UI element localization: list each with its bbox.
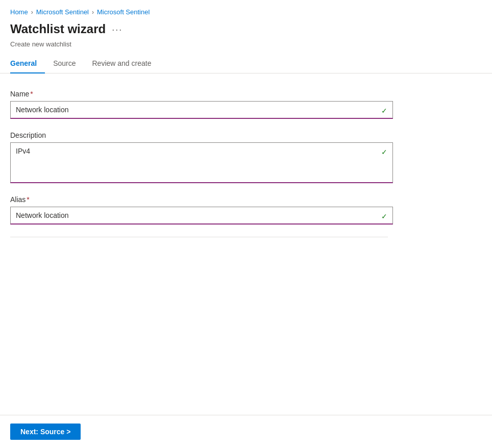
breadcrumb-sep-2: ›: [92, 9, 94, 16]
alias-group: Alias* ✓: [10, 195, 388, 225]
breadcrumb-home[interactable]: Home: [10, 8, 28, 16]
breadcrumb: Home › Microsoft Sentinel › Microsoft Se…: [0, 0, 492, 20]
alias-required-star: *: [27, 195, 29, 204]
alias-label: Alias*: [10, 195, 388, 204]
description-group: Description IPv4 ✓: [10, 131, 388, 183]
name-label: Name*: [10, 90, 388, 98]
name-field-box: ✓: [10, 101, 393, 119]
more-options-button[interactable]: ···: [112, 24, 122, 35]
form-divider: [10, 237, 388, 237]
alias-field-box: ✓: [10, 207, 393, 225]
alias-checkmark: ✓: [381, 212, 387, 220]
tab-review-create[interactable]: Review and create: [84, 54, 160, 73]
tab-source[interactable]: Source: [45, 54, 84, 73]
alias-input[interactable]: [11, 207, 392, 223]
description-input[interactable]: IPv4: [11, 143, 392, 179]
breadcrumb-sentinel-2[interactable]: Microsoft Sentinel: [97, 8, 150, 16]
breadcrumb-sep-1: ›: [31, 9, 33, 16]
tabs-container: General Source Review and create: [0, 54, 492, 73]
form-container: Name* ✓ Description IPv4 ✓ Alias* ✓: [0, 73, 398, 247]
description-label: Description: [10, 131, 388, 139]
page-header: Watchlist wizard ···: [0, 20, 492, 40]
description-checkmark: ✓: [381, 148, 387, 156]
tab-general[interactable]: General: [10, 54, 45, 73]
description-field-box: IPv4 ✓: [10, 142, 393, 183]
name-group: Name* ✓: [10, 90, 388, 119]
page-subtitle: Create new watchlist: [0, 40, 492, 54]
breadcrumb-sentinel-1[interactable]: Microsoft Sentinel: [36, 8, 89, 16]
name-input[interactable]: [11, 102, 392, 118]
name-checkmark: ✓: [381, 107, 387, 115]
page-title: Watchlist wizard: [10, 22, 106, 36]
name-required-star: *: [30, 90, 33, 98]
